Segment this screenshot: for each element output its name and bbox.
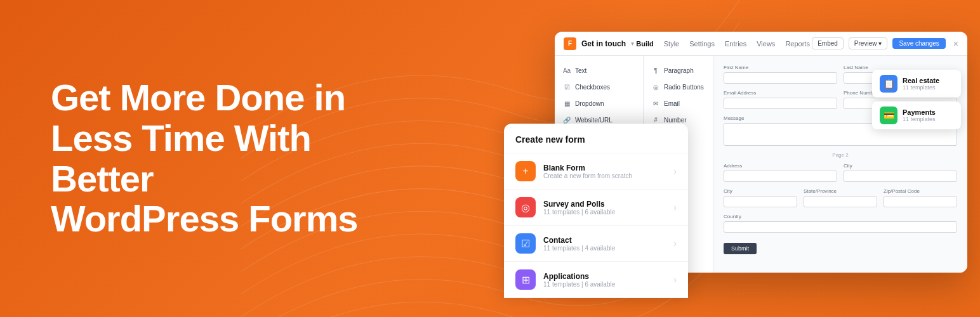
nav-build[interactable]: Build: [636, 40, 654, 48]
blank-form-arrow: ›: [673, 166, 677, 176]
blank-form-icon: +: [515, 161, 536, 181]
submit-button[interactable]: Submit: [724, 239, 957, 254]
paragraph-icon: ¶: [651, 66, 660, 75]
blank-form-item[interactable]: + Blank Form Create a new form from scra…: [504, 153, 688, 190]
topbar-nav: Build Style Settings Entries Views Repor…: [636, 40, 810, 48]
modal-header: Create new form: [504, 124, 688, 153]
email-input[interactable]: [724, 98, 837, 109]
form-logo: F: [564, 37, 576, 50]
form-row-address: Address City: [724, 163, 957, 182]
survey-icon: ◎: [515, 197, 536, 217]
form-row-state: City State/Province Zip/Postal Code: [724, 188, 957, 207]
contact-arrow: ›: [673, 238, 677, 249]
first-name-input[interactable]: [724, 72, 837, 84]
address-input[interactable]: [724, 171, 837, 182]
payments-template-card[interactable]: 💳 Payments 11 templates: [872, 101, 961, 129]
number-icon: #: [651, 115, 660, 124]
real-estate-icon: 📋: [880, 75, 897, 93]
topbar-actions: Embed Preview ▾ Save changes ×: [812, 37, 958, 49]
ui-mockup: F Get in touch ▾ Build Style Settings En…: [504, 32, 961, 298]
city-field: City: [844, 163, 957, 182]
applications-icon: ⊞: [515, 269, 536, 290]
close-button[interactable]: ×: [953, 39, 958, 49]
real-estate-template-card[interactable]: 📋 Real estate 11 templates: [872, 70, 961, 98]
survey-arrow: ›: [673, 202, 677, 212]
embed-button[interactable]: Embed: [812, 37, 844, 49]
email-field: Email Address: [724, 90, 837, 109]
blank-form-info: Blank Form Create a new form from scratc…: [543, 164, 666, 179]
real-estate-name: Real estate: [903, 77, 939, 84]
nav-settings[interactable]: Settings: [689, 40, 715, 48]
address-field: Address: [724, 163, 837, 182]
applications-info: Applications 11 templates | 6 available: [543, 272, 666, 288]
nav-views[interactable]: Views: [757, 40, 775, 48]
survey-title: Survey and Polls: [543, 200, 666, 209]
city-input[interactable]: [844, 171, 957, 182]
city2-input[interactable]: [724, 196, 797, 207]
hero-section: Get More Done in Less Time With Better W…: [51, 77, 406, 239]
survey-polls-item[interactable]: ◎ Survey and Polls 11 templates | 6 avai…: [504, 190, 688, 226]
hero-title: Get More Done in Less Time With Better W…: [51, 77, 406, 239]
checkboxes-icon: ☑: [562, 82, 571, 91]
field-text[interactable]: Aa Text: [555, 62, 643, 79]
contact-title: Contact: [543, 236, 666, 245]
contact-item[interactable]: ☑ Contact 11 templates | 4 available ›: [504, 226, 688, 262]
country-input[interactable]: [724, 221, 957, 233]
first-name-field: First Name: [724, 65, 837, 84]
field-email[interactable]: ✉ Email: [644, 95, 713, 112]
create-form-modal: Create new form + Blank Form Create a ne…: [504, 124, 688, 298]
dropdown-icon: ▦: [562, 99, 571, 108]
state-field: State/Province: [804, 188, 877, 207]
nav-style[interactable]: Style: [664, 40, 679, 48]
zip-field: Zip/Postal Code: [884, 188, 957, 207]
title-dropdown-icon[interactable]: ▾: [631, 40, 634, 47]
blank-form-subtitle: Create a new form from scratch: [543, 172, 666, 179]
payments-icon: 💳: [880, 107, 897, 124]
page-2-label: Page 2: [724, 152, 957, 158]
payments-info: Payments 11 templates: [903, 108, 936, 122]
text-icon: Aa: [562, 66, 571, 75]
blank-form-title: Blank Form: [543, 164, 666, 172]
applications-title: Applications: [543, 272, 666, 281]
website-icon: 🔗: [562, 115, 571, 124]
field-dropdown[interactable]: ▦ Dropdown: [555, 95, 643, 112]
preview-button[interactable]: Preview ▾: [849, 37, 888, 49]
contact-icon: ☑: [515, 233, 536, 254]
form-name: Get in touch: [581, 39, 626, 48]
applications-subtitle: 11 templates | 6 available: [543, 281, 666, 288]
payments-count: 11 templates: [903, 116, 936, 122]
field-checkboxes[interactable]: ☑ Checkboxes: [555, 79, 643, 95]
nav-reports[interactable]: Reports: [785, 40, 810, 48]
survey-info: Survey and Polls 11 templates | 6 availa…: [543, 200, 666, 216]
payments-name: Payments: [903, 108, 936, 116]
city2-field: City: [724, 188, 797, 207]
radio-icon: ◎: [651, 82, 660, 91]
applications-arrow: ›: [673, 275, 677, 285]
applications-item[interactable]: ⊞ Applications 11 templates | 6 availabl…: [504, 262, 688, 298]
save-button[interactable]: Save changes: [892, 38, 945, 49]
field-paragraph[interactable]: ¶ Paragraph: [644, 62, 713, 79]
survey-subtitle: 11 templates | 6 available: [543, 209, 666, 216]
state-input[interactable]: [804, 196, 877, 207]
window-topbar: F Get in touch ▾ Build Style Settings En…: [555, 32, 967, 56]
real-estate-count: 11 templates: [903, 84, 939, 91]
modal-title: Create new form: [515, 134, 585, 145]
contact-info: Contact 11 templates | 4 available: [543, 236, 666, 252]
preview-dropdown-icon[interactable]: ▾: [878, 40, 882, 47]
field-radio[interactable]: ◎ Radio Buttons: [644, 79, 713, 95]
email-icon: ✉: [651, 99, 660, 108]
nav-entries[interactable]: Entries: [725, 40, 746, 48]
country-field: Country: [724, 214, 957, 233]
real-estate-info: Real estate 11 templates: [903, 77, 939, 91]
topbar-left: F Get in touch ▾: [564, 37, 634, 50]
contact-subtitle: 11 templates | 4 available: [543, 245, 666, 252]
form-row-country: Country: [724, 214, 957, 233]
zip-input[interactable]: [884, 196, 957, 207]
